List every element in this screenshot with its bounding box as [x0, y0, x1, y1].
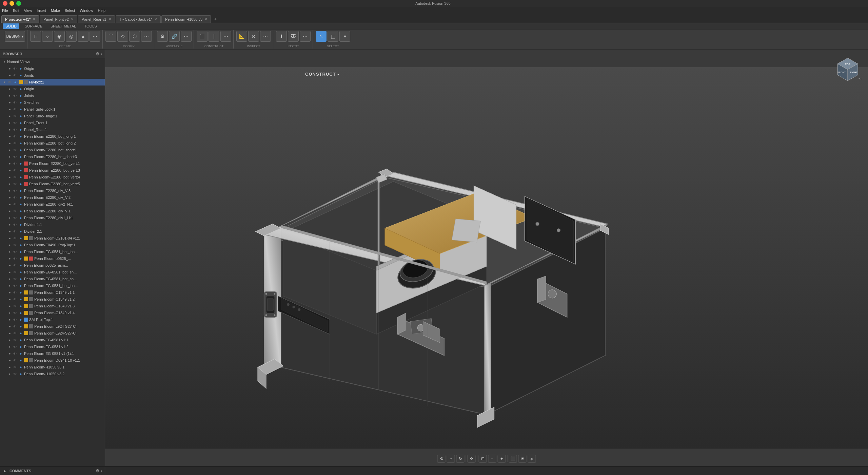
design-dropdown[interactable]: DESIGN ▾	[5, 31, 25, 42]
tree-item-43[interactable]: ▸👁●Penn Elcom-EG-0581 v1 (1):1	[0, 350, 105, 357]
eye-icon-6[interactable]: 👁	[13, 101, 17, 104]
tree-item-35[interactable]: ▸👁●Penn Elcom-C1349 v1:2	[0, 296, 105, 303]
comments-expand-icon[interactable]: ▲	[3, 469, 7, 473]
modify-chamfer-btn[interactable]: ◇	[117, 31, 128, 42]
tree-item-20[interactable]: ▸👁●Penn Elcom-E2280_div_V:2	[0, 194, 105, 201]
tree-item-19[interactable]: ▸👁●Penn Elcom-E2280_div_V:3	[0, 187, 105, 194]
assemble-rigid-btn[interactable]: 🔗	[169, 31, 180, 42]
create-sphere-btn[interactable]: ◉	[54, 31, 65, 42]
tree-item-7[interactable]: ▸👁●Panel_Side-Lock:1	[0, 106, 105, 113]
tree-item-28[interactable]: ▸👁●Penn Elcom-EG-0581_bot_lon...	[0, 248, 105, 255]
tab-close-4[interactable]: ✕	[204, 17, 207, 21]
tree-item-29[interactable]: ▸👁●Penn Elcom-p0625_...	[0, 255, 105, 262]
modify-shell-btn[interactable]: ⬡	[129, 31, 140, 42]
menu-edit[interactable]: Edit	[13, 8, 19, 13]
create-more-btn[interactable]: ⋯	[90, 31, 100, 42]
tree-item-38[interactable]: ▸👁●SM-Proj-Top:1	[0, 316, 105, 323]
tree-item-40[interactable]: ▸👁●Penn Elcom-L924-S27-Cl...	[0, 330, 105, 337]
eye-icon-21[interactable]: 👁	[13, 203, 17, 206]
eye-icon-35[interactable]: 👁	[13, 298, 17, 301]
construct-more-btn[interactable]: ⋯	[220, 31, 231, 42]
insert-canvas-btn[interactable]: 🖼	[288, 31, 299, 42]
tab-close-1[interactable]: ✕	[71, 17, 74, 21]
minimize-btn[interactable]	[9, 1, 14, 6]
tree-item-36[interactable]: ▸👁●Penn Elcom-C1349 v1:3	[0, 303, 105, 309]
eye-icon-27[interactable]: 👁	[13, 243, 17, 247]
tree-item-30[interactable]: ▸👁●Penn Elcom-p0625_asm...	[0, 262, 105, 269]
eye-icon-24[interactable]: 👁	[13, 223, 17, 227]
tree-item-17[interactable]: ▸👁●Penn Elcom-E2280_bot_vert:4	[0, 174, 105, 180]
eye-icon-13[interactable]: 👁	[13, 148, 17, 152]
tree-item-1[interactable]: ▸👁●Origin	[0, 65, 105, 72]
tree-item-46[interactable]: ▸👁●Penn Elcom-H1050 v3:2	[0, 370, 105, 377]
eye-icon-3[interactable]: 👁	[7, 80, 12, 84]
eye-icon-32[interactable]: 👁	[13, 277, 17, 281]
ws-sheet-metal[interactable]: SHEET METAL	[48, 23, 79, 29]
tree-item-3[interactable]: ▾👁●Fly-box:1	[0, 79, 105, 86]
tab-1[interactable]: Panel_Front v2 ✕	[40, 15, 77, 23]
viewport[interactable]: TOP RIGHT FRONT Z+ ⟲ ⌂ ↻ ✛ ⊡ − + ⬛	[105, 50, 868, 466]
tree-item-9[interactable]: ▸👁●Panel_Front:1	[0, 119, 105, 126]
tree-item-16[interactable]: ▸👁●Penn Elcom-E2280_bot_vert:3	[0, 167, 105, 174]
tree-item-31[interactable]: ▸👁●Penn Elcom-EG-0581_bot_sh...	[0, 269, 105, 276]
comments-settings[interactable]: ⚙	[96, 469, 99, 473]
eye-icon-44[interactable]: 👁	[13, 359, 17, 362]
tree-item-2[interactable]: ▸👁●Joints	[0, 72, 105, 79]
eye-icon-43[interactable]: 👁	[13, 352, 17, 356]
ws-tools[interactable]: TOOLS	[81, 23, 99, 29]
select-btn[interactable]: ↖	[316, 31, 327, 42]
eye-icon-22[interactable]: 👁	[13, 209, 17, 213]
tree-item-27[interactable]: ▸👁●Penn Elcom-E0490_Proj-Top:1	[0, 242, 105, 248]
eye-icon-1[interactable]: 👁	[13, 67, 17, 71]
tree-item-12[interactable]: ▸👁●Penn Elcom-E2280_bot_long:2	[0, 140, 105, 147]
eye-icon-19[interactable]: 👁	[13, 189, 17, 193]
tab-close-2[interactable]: ✕	[108, 17, 111, 21]
assemble-more-btn[interactable]: ⋯	[181, 31, 192, 42]
tab-2[interactable]: Panel_Rear v1 ✕	[78, 15, 115, 23]
tree-item-8[interactable]: ▸👁●Panel_Side-Hinge:1	[0, 113, 105, 119]
eye-icon-11[interactable]: 👁	[13, 135, 17, 138]
comments-collapse[interactable]: ›	[101, 469, 102, 473]
eye-icon-46[interactable]: 👁	[13, 372, 17, 376]
eye-icon-25[interactable]: 👁	[13, 230, 17, 233]
create-torus-btn[interactable]: ◎	[66, 31, 77, 42]
menu-insert[interactable]: Insert	[37, 8, 46, 13]
eye-icon-16[interactable]: 👁	[13, 169, 17, 172]
tree-item-6[interactable]: ▸👁●Sketches	[0, 99, 105, 106]
tree-item-25[interactable]: ▸👁●Divider-2:1	[0, 228, 105, 235]
tree-item-4[interactable]: ▸👁●Origin	[0, 86, 105, 92]
tree-item-11[interactable]: ▸👁●Penn Elcom-E2280_bot_long:1	[0, 133, 105, 140]
eye-icon-38[interactable]: 👁	[13, 318, 17, 322]
eye-icon-15[interactable]: 👁	[13, 162, 17, 166]
select-window-btn[interactable]: ⬚	[328, 31, 338, 42]
tree-item-37[interactable]: ▸👁●Penn Elcom-C1349 v1:4	[0, 309, 105, 316]
menu-select[interactable]: Select	[65, 8, 75, 13]
tree-item-39[interactable]: ▸👁●Penn Elcom-L924-S27-Cl...	[0, 323, 105, 330]
pan-btn[interactable]: ✛	[468, 455, 476, 463]
insert-import-btn[interactable]: ⬇	[276, 31, 287, 42]
eye-icon-37[interactable]: 👁	[13, 311, 17, 315]
eye-icon-4[interactable]: 👁	[13, 87, 17, 91]
construct-plane-btn[interactable]: ⬛	[197, 31, 208, 42]
eye-icon-29[interactable]: 👁	[13, 257, 17, 261]
eye-icon-30[interactable]: 👁	[13, 264, 17, 267]
assemble-joint-btn[interactable]: ⚙	[157, 31, 168, 42]
browser-content[interactable]: ▾Named Views▸👁●Origin▸👁●Joints▾👁●Fly-box…	[0, 58, 105, 466]
eye-icon-45[interactable]: 👁	[13, 365, 17, 369]
inspect-more-btn[interactable]: ⋯	[260, 31, 271, 42]
eye-icon-39[interactable]: 👁	[13, 325, 17, 328]
tree-item-23[interactable]: ▸👁●Penn Elcom-E2280_div1_H:1	[0, 214, 105, 221]
eye-icon-23[interactable]: 👁	[13, 216, 17, 220]
menu-window[interactable]: Window	[80, 8, 93, 13]
create-cyl-btn[interactable]: ○	[42, 31, 53, 42]
tree-item-33[interactable]: ▸👁●Penn Elcom-EG-0581_bot_lon...	[0, 282, 105, 289]
display-mode-btn[interactable]: ⬛	[509, 455, 517, 463]
eye-icon-5[interactable]: 👁	[13, 94, 17, 98]
rotate-btn[interactable]: ↻	[456, 455, 465, 463]
tab-3[interactable]: T • Capot • Jack v1* ✕	[116, 15, 161, 23]
visual-style-btn[interactable]: ◈	[528, 455, 536, 463]
eye-icon-7[interactable]: 👁	[13, 108, 17, 111]
eye-icon-42[interactable]: 👁	[13, 345, 17, 349]
new-tab-button[interactable]: +	[212, 15, 219, 23]
menu-help[interactable]: Help	[98, 8, 105, 13]
